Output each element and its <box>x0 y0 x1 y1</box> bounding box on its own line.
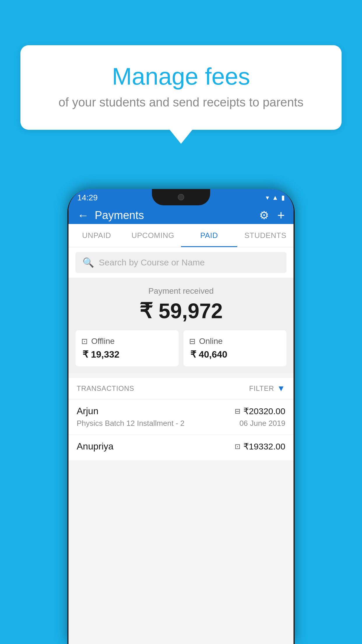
transaction-row[interactable]: Arjun ⊟ ₹20320.00 Physics Batch 12 Insta… <box>68 399 294 435</box>
wifi-icon: ▾ <box>266 194 269 202</box>
notch <box>152 189 210 205</box>
txn-course: Physics Batch 12 Installment - 2 <box>77 419 184 428</box>
phone-frame: 14:29 ▾ ▲ ▮ ← Payments ⚙ + UNPAID UPCOMI… <box>67 189 295 644</box>
online-icon: ⊟ <box>189 337 196 346</box>
add-button[interactable]: + <box>277 208 285 223</box>
tab-upcoming[interactable]: UPCOMING <box>125 224 181 247</box>
bubble-title: Manage fees <box>44 63 318 90</box>
txn-payment-icon: ⊟ <box>235 407 240 415</box>
offline-icon: ⊡ <box>81 337 88 346</box>
txn-amount: ₹20320.00 <box>243 406 285 416</box>
online-card-header: ⊟ Online <box>189 337 281 346</box>
txn-bottom: Physics Batch 12 Installment - 2 06 June… <box>77 419 285 428</box>
online-card: ⊟ Online ₹ 40,640 <box>183 330 287 366</box>
tab-paid[interactable]: PAID <box>181 224 237 247</box>
payment-total-amount: ₹ 59,972 <box>75 299 287 323</box>
offline-label: Offline <box>91 337 115 346</box>
signal-icon: ▲ <box>272 194 278 202</box>
txn-name-2: Anupriya <box>77 441 113 452</box>
bubble-subtitle: of your students and send receipts to pa… <box>44 95 318 109</box>
battery-icon: ▮ <box>281 194 285 202</box>
search-icon: 🔍 <box>82 257 94 268</box>
speech-bubble: Manage fees of your students and send re… <box>20 45 342 130</box>
txn-top-2: Anupriya ⊡ ₹19332.00 <box>77 441 285 452</box>
txn-amount-wrapper-2: ⊡ ₹19332.00 <box>235 441 285 452</box>
transaction-row-2[interactable]: Anupriya ⊡ ₹19332.00 <box>68 435 294 461</box>
filter-icon: ▼ <box>277 384 285 393</box>
payment-received-label: Payment received <box>75 286 287 296</box>
online-amount: ₹ 40,640 <box>189 349 281 360</box>
settings-icon[interactable]: ⚙ <box>259 209 269 222</box>
filter-label: FILTER <box>249 384 274 393</box>
filter-button[interactable]: FILTER ▼ <box>249 384 285 393</box>
txn-amount-2: ₹19332.00 <box>243 441 285 452</box>
offline-amount: ₹ 19,332 <box>81 349 173 360</box>
txn-payment-icon-2: ⊡ <box>235 442 240 451</box>
txn-name: Arjun <box>77 406 99 416</box>
transactions-label: TRANSACTIONS <box>77 384 134 393</box>
payment-summary: Payment received ₹ 59,972 ⊡ Offline ₹ 19… <box>68 278 294 373</box>
payment-cards: ⊡ Offline ₹ 19,332 ⊟ Online ₹ 40,640 <box>75 330 287 366</box>
back-button[interactable]: ← <box>77 209 89 222</box>
offline-card-header: ⊡ Offline <box>81 337 173 346</box>
app-screen: 14:29 ▾ ▲ ▮ ← Payments ⚙ + UNPAID UPCOMI… <box>68 189 294 644</box>
tabs-bar: UNPAID UPCOMING PAID STUDENTS <box>68 224 294 247</box>
speech-bubble-wrapper: Manage fees of your students and send re… <box>20 45 342 130</box>
camera <box>178 194 184 200</box>
tab-students[interactable]: STUDENTS <box>237 224 294 247</box>
transactions-header: TRANSACTIONS FILTER ▼ <box>68 378 294 399</box>
header-title: Payments <box>95 209 259 222</box>
online-label: Online <box>199 337 223 346</box>
header-actions: ⚙ + <box>259 208 285 223</box>
status-icons: ▾ ▲ ▮ <box>266 194 285 202</box>
search-placeholder: Search by Course or Name <box>99 258 205 267</box>
tab-unpaid[interactable]: UNPAID <box>68 224 125 247</box>
offline-card: ⊡ Offline ₹ 19,332 <box>75 330 179 366</box>
txn-amount-wrapper: ⊟ ₹20320.00 <box>235 406 285 416</box>
txn-top: Arjun ⊟ ₹20320.00 <box>77 406 285 416</box>
search-container: 🔍 Search by Course or Name <box>68 247 294 278</box>
search-bar[interactable]: 🔍 Search by Course or Name <box>75 252 287 273</box>
status-time: 14:29 <box>77 193 98 202</box>
txn-date: 06 June 2019 <box>239 419 285 428</box>
